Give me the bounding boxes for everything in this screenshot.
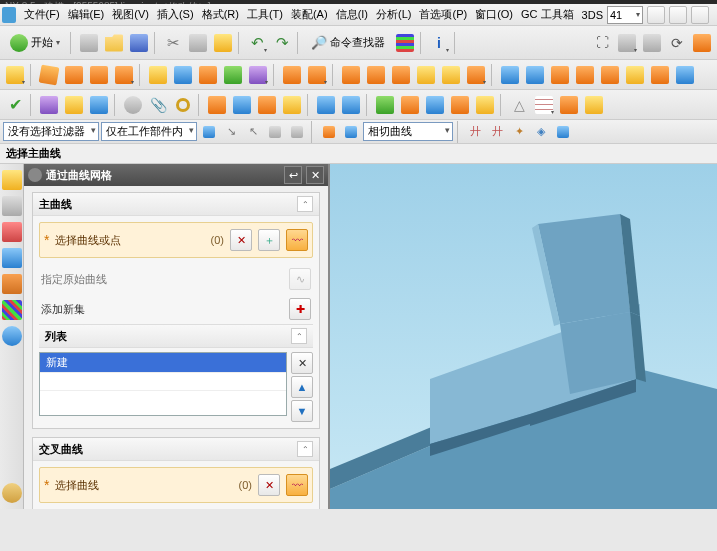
view-button-3[interactable] [691,6,709,24]
bounded-button[interactable] [314,93,338,117]
snap-btn-4[interactable]: ◈ [531,122,551,142]
open-file-button[interactable] [102,31,126,55]
cross-curve-button[interactable]: 〰 [286,474,308,496]
menu-format[interactable]: 格式(R) [198,5,243,24]
list-item[interactable]: 新建 [40,353,286,372]
offset-button[interactable]: ▾ [246,63,270,87]
curve-select-button[interactable]: 〰 [286,229,308,251]
save-button[interactable] [127,31,151,55]
move-down-button[interactable]: ▼ [291,400,313,422]
block-button[interactable]: ▾ [112,63,136,87]
instance-button[interactable] [573,63,597,87]
snap-btn-1[interactable]: 廾 [465,122,485,142]
collapse-icon[interactable]: ⌃ [297,196,313,212]
mirror-button[interactable] [498,63,522,87]
cylinder-button[interactable] [121,93,145,117]
start-button[interactable]: 开始 ▾ [3,31,67,55]
nsided-button[interactable] [280,93,304,117]
cut-button[interactable]: ✂ [161,31,185,55]
offset-surf-button[interactable] [373,93,397,117]
web-browser-button[interactable] [2,326,22,346]
specify-original-button[interactable]: ∿ [289,268,311,290]
select-cross-curve-row[interactable]: * 选择曲线 (0) ✕ 〰 [39,467,313,503]
menu-gc-toolbox[interactable]: GC 工具箱 [517,5,578,24]
extrude-button[interactable] [37,63,61,87]
datum-csys-button[interactable] [196,63,220,87]
ring-button[interactable] [171,93,195,117]
sketch-section-button[interactable]: ✕ [230,229,252,251]
sketch-button[interactable]: ▾ [3,63,27,87]
unite-button[interactable] [280,63,304,87]
array2-button[interactable] [62,93,86,117]
command-finder-button[interactable]: 🔎 命令查找器 [304,31,392,55]
hole-button[interactable] [87,63,111,87]
revolve-button[interactable] [62,63,86,87]
menu-tools[interactable]: 工具(T) [243,5,287,24]
extend-button[interactable] [423,93,447,117]
add-set-button[interactable]: ✚ [289,298,311,320]
triangle-button[interactable]: △ [507,93,531,117]
snap-btn-5[interactable] [553,122,573,142]
wave-button[interactable] [557,93,581,117]
history-button[interactable] [2,274,22,294]
scale-button[interactable] [548,63,572,87]
menu-preferences[interactable]: 首选项(P) [415,5,471,24]
circular-pattern-button[interactable] [623,63,647,87]
menu-3ds[interactable]: 3DS [578,7,607,23]
menu-assembly[interactable]: 装配(A) [287,5,332,24]
move-button[interactable] [523,63,547,87]
table-button[interactable]: ▾ [532,93,556,117]
display-mode-button[interactable] [690,31,714,55]
ruled-button[interactable] [205,93,229,117]
snap-btn-3[interactable]: ✦ [509,122,529,142]
check-button[interactable]: ✔ [3,93,27,117]
layer-number-input[interactable]: 41▾ [607,6,643,24]
filter-btn-3[interactable]: ↖ [243,122,263,142]
draft-button[interactable] [414,63,438,87]
gear-button[interactable] [582,93,606,117]
remove-item-button[interactable]: ✕ [291,352,313,374]
fit-view-button[interactable]: ⛶ [590,31,614,55]
cross-collapse-icon[interactable]: ⌃ [297,441,313,457]
undo-button[interactable]: ↶▾ [245,31,269,55]
shell-button[interactable] [339,63,363,87]
menu-analysis[interactable]: 分析(L) [372,5,415,24]
filter-btn-6[interactable] [319,122,339,142]
array-button[interactable] [37,93,61,117]
view-button-2[interactable] [669,6,687,24]
menu-window[interactable]: 窗口(O) [471,5,517,24]
menu-info[interactable]: 信息(I) [332,5,372,24]
cross-sketch-button[interactable]: ✕ [258,474,280,496]
menu-edit[interactable]: 编辑(E) [64,5,109,24]
filter-btn-1[interactable] [199,122,219,142]
assembly-navigator-button[interactable] [2,196,22,216]
datum-point-button[interactable] [221,63,245,87]
reuse-library-button[interactable] [2,248,22,268]
graphics-viewport[interactable] [330,164,717,509]
datum-plane-button[interactable] [146,63,170,87]
constraint-navigator-button[interactable] [2,222,22,242]
clip-button[interactable]: 📎 [146,93,170,117]
section-primary-header[interactable]: 主曲线 ⌃ [33,193,319,216]
list-header[interactable]: 列表 ⌃ [39,324,313,348]
filter-btn-5[interactable] [287,122,307,142]
curve-sets-listbox[interactable]: 新建 [39,352,287,416]
chamfer-button[interactable] [389,63,413,87]
menu-file[interactable]: 文件(F) [20,5,64,24]
trim-surf-button[interactable] [398,93,422,117]
dialog-close-button[interactable]: ✕ [306,166,324,184]
select-curve-row[interactable]: * 选择曲线或点 (0) ✕ ＋ 〰 [39,222,313,258]
trim-button[interactable] [439,63,463,87]
thicken-button[interactable] [648,63,672,87]
grid-palette-button[interactable] [393,31,417,55]
mesh-button[interactable] [255,93,279,117]
menu-view[interactable]: 视图(V) [108,5,153,24]
pan-button[interactable] [640,31,664,55]
hd3d-button[interactable] [2,300,22,320]
datum-axis-button[interactable] [171,63,195,87]
curve-rule-combo[interactable]: 相切曲线 [363,122,453,141]
roles-button[interactable] [2,483,22,503]
label-button[interactable] [473,93,497,117]
pattern-button[interactable]: ▾ [464,63,488,87]
filter-btn-2[interactable]: ↘ [221,122,241,142]
